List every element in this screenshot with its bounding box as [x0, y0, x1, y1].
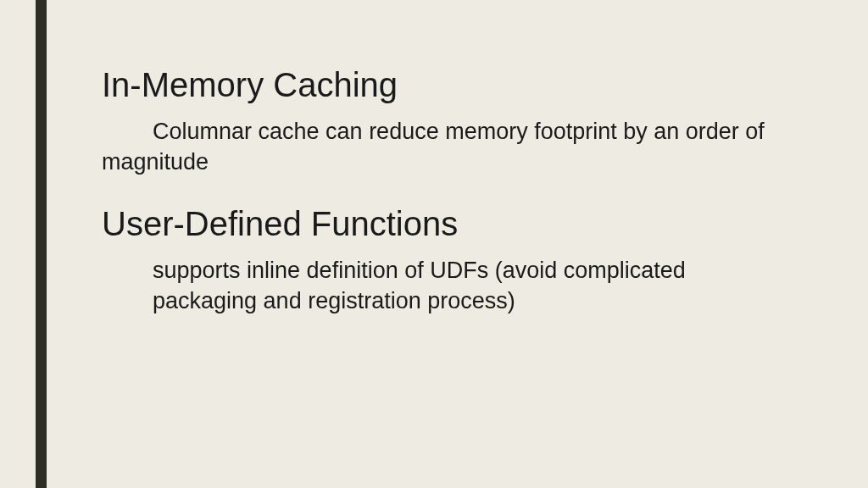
slide-content: In-Memory Caching Columnar cache can red…: [102, 66, 780, 344]
body-user-defined-functions: supports inline definition of UDFs (avoi…: [102, 255, 780, 317]
heading-user-defined-functions: User-Defined Functions: [102, 205, 780, 243]
body-in-memory-caching: Columnar cache can reduce memory footpri…: [102, 116, 780, 178]
accent-bar: [36, 0, 47, 488]
heading-in-memory-caching: In-Memory Caching: [102, 66, 780, 104]
